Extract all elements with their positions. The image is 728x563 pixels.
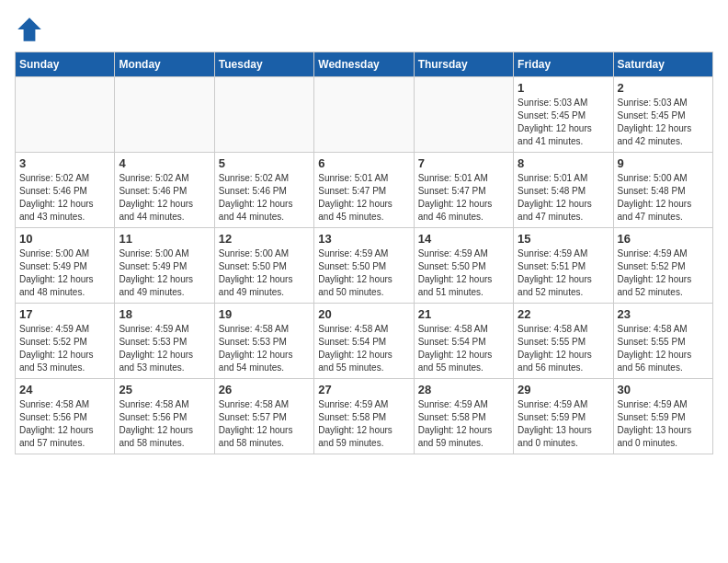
calendar-cell: 12Sunrise: 5:00 AMSunset: 5:50 PMDayligh…: [214, 228, 313, 304]
calendar-week-row: 1Sunrise: 5:03 AMSunset: 5:45 PMDaylight…: [16, 77, 713, 153]
sunset-label: Sunset: 5:58 PM: [418, 412, 486, 422]
weekday-header: Thursday: [414, 52, 513, 77]
day-number: 26: [219, 383, 310, 396]
sunset-label: Sunset: 5:46 PM: [19, 186, 87, 196]
sunrise-label: Sunrise: 5:02 AM: [119, 173, 188, 183]
sunset-label: Sunset: 5:48 PM: [618, 186, 686, 196]
day-number: 28: [418, 383, 509, 396]
sunset-label: Sunset: 5:59 PM: [618, 412, 686, 422]
calendar-cell: 8Sunrise: 5:01 AMSunset: 5:48 PMDaylight…: [514, 153, 613, 228]
calendar-cell: 17Sunrise: 4:59 AMSunset: 5:52 PMDayligh…: [16, 304, 115, 379]
day-number: 12: [219, 232, 310, 246]
daylight-label: Daylight: 12 hours and 41 minutes.: [518, 123, 592, 146]
cell-info: Sunrise: 4:59 AMSunset: 5:50 PMDaylight:…: [318, 247, 409, 299]
calendar-cell: 1Sunrise: 5:03 AMSunset: 5:45 PMDaylight…: [514, 77, 613, 153]
sunset-label: Sunset: 5:56 PM: [19, 412, 87, 422]
sunset-label: Sunset: 5:56 PM: [119, 412, 187, 422]
cell-info: Sunrise: 4:59 AMSunset: 5:59 PMDaylight:…: [518, 398, 609, 450]
sunset-label: Sunset: 5:54 PM: [418, 337, 486, 347]
logo: [15, 15, 48, 44]
calendar-cell: [16, 77, 115, 153]
sunrise-label: Sunrise: 5:01 AM: [418, 173, 488, 183]
calendar-week-row: 3Sunrise: 5:02 AMSunset: 5:46 PMDaylight…: [16, 153, 713, 228]
calendar-cell: 2Sunrise: 5:03 AMSunset: 5:45 PMDaylight…: [613, 77, 712, 153]
sunset-label: Sunset: 5:59 PM: [518, 412, 586, 422]
calendar-cell: 29Sunrise: 4:59 AMSunset: 5:59 PMDayligh…: [514, 379, 613, 454]
daylight-label: Daylight: 12 hours and 58 minutes.: [119, 425, 193, 448]
day-number: 20: [318, 307, 409, 321]
sunrise-label: Sunrise: 5:00 AM: [19, 248, 89, 259]
cell-info: Sunrise: 5:01 AMSunset: 5:48 PMDaylight:…: [518, 172, 609, 224]
daylight-label: Daylight: 12 hours and 55 minutes.: [318, 350, 392, 373]
calendar-cell: 11Sunrise: 5:00 AMSunset: 5:49 PMDayligh…: [115, 228, 214, 304]
sunrise-label: Sunrise: 4:59 AM: [518, 399, 587, 409]
calendar-cell: 3Sunrise: 5:02 AMSunset: 5:46 PMDaylight…: [16, 153, 115, 228]
sunset-label: Sunset: 5:50 PM: [418, 261, 486, 271]
calendar-week-row: 10Sunrise: 5:00 AMSunset: 5:49 PMDayligh…: [16, 228, 713, 304]
day-number: 21: [418, 307, 509, 321]
calendar-cell: 21Sunrise: 4:58 AMSunset: 5:54 PMDayligh…: [414, 304, 513, 379]
cell-info: Sunrise: 5:00 AMSunset: 5:48 PMDaylight:…: [618, 172, 709, 224]
daylight-label: Daylight: 12 hours and 56 minutes.: [618, 350, 692, 373]
sunset-label: Sunset: 5:55 PM: [518, 337, 586, 347]
sunrise-label: Sunrise: 4:59 AM: [518, 248, 587, 259]
calendar-cell: 30Sunrise: 4:59 AMSunset: 5:59 PMDayligh…: [613, 379, 712, 454]
sunset-label: Sunset: 5:47 PM: [318, 186, 386, 196]
day-number: 9: [618, 156, 709, 170]
daylight-label: Daylight: 12 hours and 46 minutes.: [418, 199, 493, 222]
sunset-label: Sunset: 5:52 PM: [618, 261, 686, 271]
day-number: 3: [19, 156, 110, 170]
daylight-label: Daylight: 12 hours and 52 minutes.: [618, 274, 692, 297]
sunset-label: Sunset: 5:58 PM: [318, 412, 386, 422]
day-number: 24: [19, 383, 110, 396]
day-number: 14: [418, 232, 509, 246]
daylight-label: Daylight: 12 hours and 47 minutes.: [618, 199, 692, 222]
calendar-cell: 4Sunrise: 5:02 AMSunset: 5:46 PMDaylight…: [115, 153, 214, 228]
sunset-label: Sunset: 5:53 PM: [119, 337, 187, 347]
cell-info: Sunrise: 4:58 AMSunset: 5:56 PMDaylight:…: [119, 398, 210, 450]
day-number: 11: [119, 232, 210, 246]
sunset-label: Sunset: 5:55 PM: [618, 337, 686, 347]
daylight-label: Daylight: 12 hours and 47 minutes.: [518, 199, 592, 222]
cell-info: Sunrise: 4:58 AMSunset: 5:57 PMDaylight:…: [219, 398, 310, 450]
day-number: 2: [618, 81, 709, 95]
day-number: 16: [618, 232, 709, 246]
sunset-label: Sunset: 5:47 PM: [418, 186, 486, 196]
cell-info: Sunrise: 4:58 AMSunset: 5:54 PMDaylight:…: [318, 323, 409, 374]
daylight-label: Daylight: 12 hours and 56 minutes.: [518, 350, 592, 373]
cell-info: Sunrise: 4:59 AMSunset: 5:53 PMDaylight:…: [119, 323, 210, 374]
calendar-cell: 19Sunrise: 4:58 AMSunset: 5:53 PMDayligh…: [214, 304, 313, 379]
sunset-label: Sunset: 5:53 PM: [219, 337, 287, 347]
cell-info: Sunrise: 4:59 AMSunset: 5:51 PMDaylight:…: [518, 247, 609, 299]
sunrise-label: Sunrise: 5:03 AM: [518, 98, 587, 108]
cell-info: Sunrise: 4:58 AMSunset: 5:56 PMDaylight:…: [19, 398, 110, 450]
day-number: 25: [119, 383, 210, 396]
daylight-label: Daylight: 12 hours and 53 minutes.: [19, 350, 94, 373]
calendar-week-row: 24Sunrise: 4:58 AMSunset: 5:56 PMDayligh…: [16, 379, 713, 454]
daylight-label: Daylight: 13 hours and 0 minutes.: [518, 425, 592, 448]
daylight-label: Daylight: 12 hours and 44 minutes.: [119, 199, 193, 222]
calendar-cell: 22Sunrise: 4:58 AMSunset: 5:55 PMDayligh…: [514, 304, 613, 379]
daylight-label: Daylight: 12 hours and 51 minutes.: [418, 274, 493, 297]
sunset-label: Sunset: 5:49 PM: [119, 261, 187, 271]
calendar-cell: 10Sunrise: 5:00 AMSunset: 5:49 PMDayligh…: [16, 228, 115, 304]
sunset-label: Sunset: 5:49 PM: [19, 261, 87, 271]
daylight-label: Daylight: 12 hours and 53 minutes.: [119, 350, 193, 373]
day-number: 30: [618, 383, 709, 396]
weekday-header: Sunday: [16, 52, 115, 77]
calendar-cell: [214, 77, 313, 153]
sunset-label: Sunset: 5:50 PM: [219, 261, 287, 271]
sunrise-label: Sunrise: 5:02 AM: [19, 173, 89, 183]
cell-info: Sunrise: 4:59 AMSunset: 5:58 PMDaylight:…: [318, 398, 409, 450]
sunrise-label: Sunrise: 4:58 AM: [418, 324, 488, 334]
calendar-cell: 28Sunrise: 4:59 AMSunset: 5:58 PMDayligh…: [414, 379, 513, 454]
sunrise-label: Sunrise: 5:01 AM: [318, 173, 388, 183]
cell-info: Sunrise: 4:58 AMSunset: 5:54 PMDaylight:…: [418, 323, 509, 374]
day-number: 17: [19, 307, 110, 321]
daylight-label: Daylight: 12 hours and 57 minutes.: [19, 425, 94, 448]
weekday-header-row: SundayMondayTuesdayWednesdayThursdayFrid…: [16, 52, 713, 77]
sunset-label: Sunset: 5:46 PM: [119, 186, 187, 196]
sunset-label: Sunset: 5:46 PM: [219, 186, 287, 196]
svg-marker-0: [17, 17, 41, 41]
calendar-week-row: 17Sunrise: 4:59 AMSunset: 5:52 PMDayligh…: [16, 304, 713, 379]
